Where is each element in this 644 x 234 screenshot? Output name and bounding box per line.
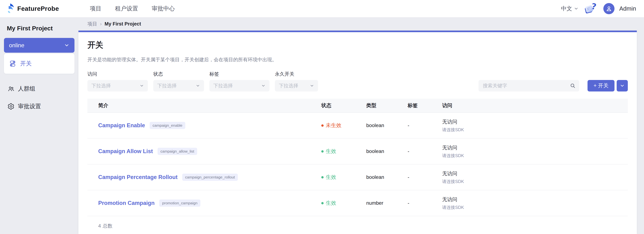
chevron-down-icon	[574, 6, 578, 11]
column-header-tags: 标签	[408, 102, 442, 109]
brand-logo[interactable]: FeatureProbe	[6, 3, 59, 14]
column-header-summary: 简介	[88, 102, 321, 109]
app-body: My First Project online 开关	[0, 17, 644, 234]
user-avatar[interactable]	[603, 3, 614, 14]
search-input[interactable]	[483, 83, 570, 89]
filter-tags: 标签 下拉选择	[210, 71, 270, 91]
flag-name-link[interactable]: Campaign Enable	[98, 122, 145, 129]
flag-tags: -	[408, 200, 442, 206]
sidebar-item-toggles[interactable]: 开关	[4, 58, 74, 69]
filter-access: 访问 下拉选择	[88, 71, 148, 91]
users-icon	[8, 85, 14, 92]
chevron-down-icon	[196, 84, 200, 88]
toggles-icon	[10, 60, 16, 67]
flag-tags: -	[408, 148, 442, 154]
flag-type: number	[366, 200, 408, 206]
environment-value: online	[9, 42, 24, 49]
chevron-down-icon	[64, 43, 70, 48]
connect-sdk-link[interactable]: 请连接SDK	[442, 127, 628, 133]
filter-label: 永久开关	[275, 71, 318, 77]
add-toggle-button[interactable]: + 开关	[588, 80, 614, 91]
environment-select[interactable]: online	[4, 38, 74, 53]
sidebar-item-label: 开关	[20, 60, 32, 68]
column-header-type: 类型	[366, 102, 408, 109]
flag-key-badge: campaign_percentage_rollout	[182, 174, 238, 181]
project-name: My First Project	[7, 25, 74, 32]
flag-type: boolean	[366, 123, 408, 128]
flag-type: boolean	[366, 174, 408, 180]
chevron-down-icon	[620, 83, 625, 88]
nav-item-tenant-settings[interactable]: 租户设置	[115, 5, 138, 12]
breadcrumb-root[interactable]: 项目	[88, 21, 97, 27]
select-placeholder: 下拉选择	[157, 82, 177, 89]
language-selector[interactable]: 中文	[561, 5, 578, 12]
status-label: 未生效	[326, 122, 342, 129]
page-title: 开关	[88, 40, 628, 50]
flag-key-badge: campaign_enable	[150, 122, 185, 129]
flag-name-link[interactable]: Promotion Campaign	[98, 200, 154, 206]
tags-filter-select[interactable]: 下拉选择	[210, 80, 270, 91]
toolbar: 访问 下拉选择 状态 下拉选择 标签 下拉选择	[88, 71, 628, 91]
help-icon[interactable]: ?	[586, 3, 596, 14]
status-label: 生效	[326, 174, 336, 181]
breadcrumb: 项目 › My First Project	[78, 17, 637, 30]
connect-sdk-link[interactable]: 请连接SDK	[442, 205, 628, 210]
flag-key-badge: promotion_campaign	[159, 200, 200, 207]
total-label: 总数	[103, 223, 112, 229]
chevron-down-icon	[261, 84, 266, 88]
status-dot	[321, 150, 324, 153]
access-status: 无访问	[442, 170, 628, 177]
breadcrumb-separator: ›	[100, 21, 102, 27]
sidebar-menu-card: 开关	[4, 53, 74, 74]
page-description: 开关是功能的管理实体。开关属于某个项目，开关创建后，会在项目的所有环境中出现。	[88, 56, 628, 63]
username-label[interactable]: Admin	[619, 5, 636, 12]
sidebar-item-approval-settings[interactable]: 审批设置	[4, 100, 74, 113]
flag-tags: -	[408, 123, 442, 128]
total-count: 4	[98, 223, 101, 229]
flag-name-link[interactable]: Campaign Allow List	[98, 148, 153, 155]
flag-type: boolean	[366, 148, 408, 154]
main-area: 项目 › My First Project 开关 开关是功能的管理实体。开关属于…	[78, 17, 644, 234]
table-row: Promotion Campaign promotion_campaign 生效…	[88, 190, 628, 216]
access-filter-select[interactable]: 下拉选择	[88, 80, 148, 91]
table-footer: 4总数	[88, 216, 628, 229]
sidebar: My First Project online 开关	[0, 17, 78, 234]
status-dot	[321, 124, 324, 127]
flag-name-link[interactable]: Campaign Percentage Rollout	[98, 174, 178, 181]
access-status: 无访问	[442, 144, 628, 151]
permanent-filter-select[interactable]: 下拉选择	[275, 80, 318, 91]
logo-icon	[6, 3, 15, 14]
access-status: 无访问	[442, 196, 628, 203]
top-nav-right: 中文 ? Admin	[561, 3, 636, 14]
status-dot	[321, 176, 324, 179]
select-placeholder: 下拉选择	[279, 82, 298, 89]
search-icon[interactable]	[570, 83, 576, 89]
status-dot	[321, 202, 324, 204]
main-nav: 项目 租户设置 审批中心	[90, 5, 175, 12]
filter-status: 状态 下拉选择	[153, 71, 204, 91]
flag-key-badge: campaign_allow_list	[158, 148, 197, 155]
connect-sdk-link[interactable]: 请连接SDK	[442, 153, 628, 159]
brand-name: FeatureProbe	[17, 5, 59, 12]
table-header: 简介 状态 类型 标签 访问	[88, 99, 628, 113]
status-label: 生效	[326, 200, 336, 207]
connect-sdk-link[interactable]: 请连接SDK	[442, 179, 628, 184]
select-placeholder: 下拉选择	[213, 82, 233, 89]
sidebar-item-segments[interactable]: 人群组	[4, 82, 74, 95]
chevron-down-icon	[140, 84, 144, 88]
sidebar-item-label: 审批设置	[18, 102, 41, 110]
nav-item-approval-center[interactable]: 审批中心	[152, 5, 175, 12]
top-nav: FeatureProbe 项目 租户设置 审批中心 中文 ? Admin	[0, 0, 644, 17]
sidebar-secondary-items: 人群组 审批设置	[4, 82, 74, 113]
status-filter-select[interactable]: 下拉选择	[153, 80, 204, 91]
access-status: 无访问	[442, 118, 628, 125]
nav-item-projects[interactable]: 项目	[90, 5, 102, 12]
filter-label: 访问	[88, 71, 148, 77]
add-toggle-dropdown-button[interactable]	[617, 80, 628, 91]
flag-tags: -	[408, 174, 442, 180]
table-row: Campaign Enable campaign_enable 未生效 bool…	[88, 113, 628, 139]
person-icon	[606, 5, 612, 12]
status-label: 生效	[326, 148, 336, 155]
filter-permanent: 永久开关 下拉选择	[275, 71, 318, 91]
chevron-down-icon	[310, 84, 314, 88]
